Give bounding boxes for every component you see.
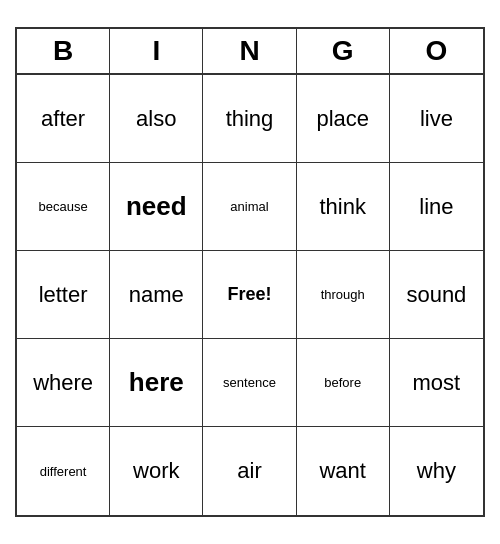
header-letter-i: I [110, 29, 203, 73]
cell-text: through [321, 287, 365, 302]
header-letter-g: G [297, 29, 390, 73]
cell-text: why [417, 458, 456, 484]
bingo-cell-r2-c1: name [110, 251, 203, 339]
bingo-cell-r2-c4: sound [390, 251, 483, 339]
bingo-cell-r1-c2: animal [203, 163, 296, 251]
bingo-cell-r2-c0: letter [17, 251, 110, 339]
bingo-cell-r1-c1: need [110, 163, 203, 251]
cell-text: because [39, 199, 88, 214]
cell-text: after [41, 106, 85, 132]
cell-text: thing [226, 106, 274, 132]
cell-text: name [129, 282, 184, 308]
header-letter-b: B [17, 29, 110, 73]
cell-text: sentence [223, 375, 276, 390]
cell-text: where [33, 370, 93, 396]
bingo-cell-r4-c2: air [203, 427, 296, 515]
cell-text: air [237, 458, 261, 484]
bingo-cell-r3-c0: where [17, 339, 110, 427]
cell-text: need [126, 191, 187, 222]
bingo-header: BINGO [17, 29, 483, 75]
cell-text: live [420, 106, 453, 132]
cell-text: line [419, 194, 453, 220]
bingo-cell-r0-c2: thing [203, 75, 296, 163]
bingo-cell-r4-c4: why [390, 427, 483, 515]
bingo-cell-r1-c3: think [297, 163, 390, 251]
bingo-cell-r3-c4: most [390, 339, 483, 427]
cell-text: animal [230, 199, 268, 214]
cell-text: place [316, 106, 369, 132]
cell-text: letter [39, 282, 88, 308]
bingo-grid: afteralsothingplacelivebecauseneedanimal… [17, 75, 483, 515]
bingo-cell-r0-c4: live [390, 75, 483, 163]
cell-text: think [319, 194, 365, 220]
bingo-cell-r0-c3: place [297, 75, 390, 163]
bingo-cell-r3-c1: here [110, 339, 203, 427]
cell-text: also [136, 106, 176, 132]
header-letter-o: O [390, 29, 483, 73]
cell-text: sound [406, 282, 466, 308]
bingo-cell-r0-c0: after [17, 75, 110, 163]
header-letter-n: N [203, 29, 296, 73]
bingo-cell-r4-c0: different [17, 427, 110, 515]
bingo-cell-r1-c4: line [390, 163, 483, 251]
cell-text: here [129, 367, 184, 398]
cell-text: before [324, 375, 361, 390]
bingo-cell-r4-c1: work [110, 427, 203, 515]
bingo-cell-r0-c1: also [110, 75, 203, 163]
bingo-cell-r3-c3: before [297, 339, 390, 427]
cell-text: most [413, 370, 461, 396]
bingo-cell-r2-c3: through [297, 251, 390, 339]
bingo-cell-r4-c3: want [297, 427, 390, 515]
cell-text: different [40, 464, 87, 479]
bingo-card: BINGO afteralsothingplacelivebecauseneed… [15, 27, 485, 517]
cell-text: work [133, 458, 179, 484]
bingo-cell-r3-c2: sentence [203, 339, 296, 427]
bingo-cell-r1-c0: because [17, 163, 110, 251]
bingo-cell-r2-c2: Free! [203, 251, 296, 339]
cell-text: Free! [227, 284, 271, 305]
cell-text: want [319, 458, 365, 484]
